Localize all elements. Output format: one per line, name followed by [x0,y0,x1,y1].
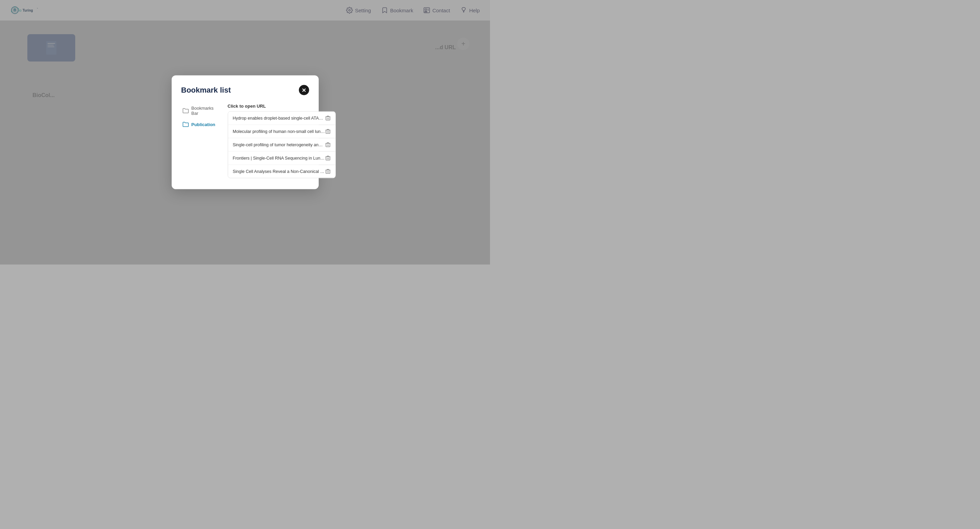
close-icon: ✕ [302,87,306,93]
folder-icon-bookmarks-bar [183,108,189,114]
modal-title: Bookmark list [181,86,231,95]
delete-icon-5[interactable] [325,169,331,174]
modal-body: Bookmarks Bar Publication Click to open … [181,103,309,178]
bookmark-item-4[interactable]: Frontiers | Single-Cell RNA Sequencing i… [228,152,336,165]
folder-item-publication[interactable]: Publication [181,119,222,130]
svg-rect-19 [326,143,330,147]
bookmark-title-5: Single Cell Analyses Reveal a Non-Canoni… [233,169,325,174]
svg-rect-18 [326,130,330,133]
bookmark-item-1[interactable]: Hydrop enables droplet-based single-cell… [228,112,336,125]
bookmark-item-2[interactable]: Molecular profiling of human non-small c… [228,125,336,138]
close-button[interactable]: ✕ [299,85,309,95]
bookmark-title-4: Frontiers | Single-Cell RNA Sequencing i… [233,156,325,160]
svg-rect-21 [326,170,330,173]
bookmarks-container: Hydrop enables droplet-based single-cell… [228,111,336,178]
bookmark-item-3[interactable]: Single-cell profiling of tumor heterogen… [228,138,336,152]
bookmark-title-3: Single-cell profiling of tumor heterogen… [233,143,325,147]
delete-icon-4[interactable] [325,156,331,161]
svg-rect-20 [326,157,330,160]
folder-label-publication: Publication [191,122,215,127]
delete-icon-2[interactable] [325,129,331,134]
bookmark-title-1: Hydrop enables droplet-based single-cell… [233,116,325,121]
svg-rect-17 [326,117,330,120]
bookmark-item-5[interactable]: Single Cell Analyses Reveal a Non-Canoni… [228,165,336,178]
folder-icon-publication [183,121,189,127]
folder-list: Bookmarks Bar Publication [181,103,222,178]
modal-header: Bookmark list ✕ [181,85,309,95]
bookmark-list-panel: Click to open URL Hydrop enables droplet… [228,103,336,178]
folder-label-bookmarks-bar: Bookmarks Bar [191,106,221,116]
bookmark-title-2: Molecular profiling of human non-small c… [233,129,325,134]
delete-icon-3[interactable] [325,142,331,148]
folder-item-bookmarks-bar[interactable]: Bookmarks Bar [181,103,222,118]
click-url-label: Click to open URL [228,103,336,109]
delete-icon-1[interactable] [325,116,331,121]
bookmark-list-modal: Bookmark list ✕ Bookmarks Bar Publicatio… [172,76,319,189]
